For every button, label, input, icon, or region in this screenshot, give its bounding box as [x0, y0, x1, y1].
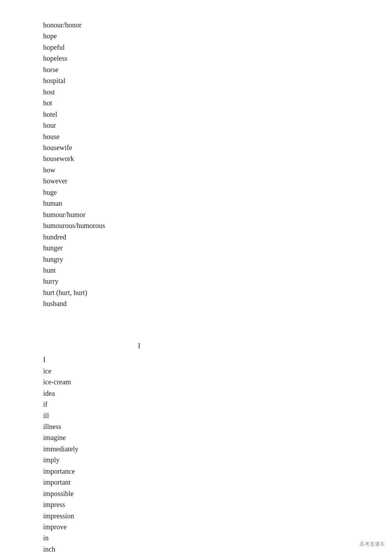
list-item: impression: [43, 511, 392, 521]
h-section: honour/honor hope hopeful hopeless horse…: [43, 20, 392, 310]
list-item: honour/honor: [43, 20, 392, 31]
i-section: I ice ice-cream idea if ill illness imag…: [43, 354, 392, 554]
list-item: improve: [43, 521, 392, 532]
list-item: inch: [43, 544, 392, 554]
list-item: impossible: [43, 488, 392, 499]
list-item: housewife: [43, 142, 392, 153]
list-item: immediately: [43, 444, 392, 454]
list-item: hundred: [43, 232, 392, 243]
list-item: importance: [43, 466, 392, 477]
list-item: human: [43, 198, 392, 209]
list-item: hospital: [43, 75, 392, 86]
list-item: humourous/humorous: [43, 220, 392, 231]
list-item: illness: [43, 421, 392, 432]
section-divider: [43, 310, 392, 341]
list-item: hopeful: [43, 42, 392, 53]
list-item: idea: [43, 388, 392, 399]
list-item: if: [43, 399, 392, 410]
list-item: in: [43, 532, 392, 543]
list-item: host: [43, 87, 392, 98]
list-item: husband: [43, 298, 392, 309]
list-item: hurry: [43, 276, 392, 287]
list-item: hunger: [43, 243, 392, 253]
list-item: hopeless: [43, 53, 392, 64]
list-item: house: [43, 131, 392, 142]
list-item: huge: [43, 187, 392, 198]
list-item: horse: [43, 64, 392, 75]
list-item: hotel: [43, 109, 392, 120]
list-item: important: [43, 477, 392, 488]
list-item: ice-cream: [43, 377, 392, 387]
list-item: how: [43, 165, 392, 176]
watermark: 高考直通车: [359, 541, 385, 548]
list-item: housework: [43, 153, 392, 164]
list-item: impress: [43, 499, 392, 510]
list-item: ice: [43, 366, 392, 377]
list-item: hour: [43, 120, 392, 131]
list-item: imply: [43, 454, 392, 465]
list-item: humour/humor: [43, 209, 392, 220]
list-item: hot: [43, 98, 392, 109]
list-item: hope: [43, 31, 392, 42]
word-list: honour/honor hope hopeful hopeless horse…: [0, 0, 392, 554]
section-header: I: [43, 341, 392, 351]
list-item: imagine: [43, 432, 392, 443]
list-item: hunt: [43, 265, 392, 276]
list-item: hungry: [43, 254, 392, 265]
list-item: I: [43, 354, 392, 365]
list-item: ill: [43, 410, 392, 421]
list-item: hurt (hurt, hurt): [43, 287, 392, 298]
list-item: however: [43, 176, 392, 186]
